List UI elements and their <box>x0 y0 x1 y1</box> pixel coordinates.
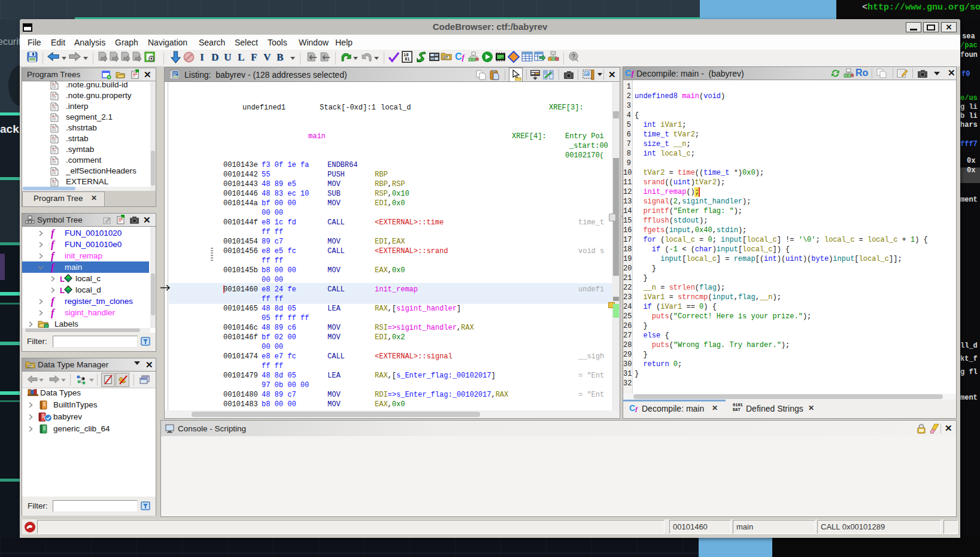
svg-text:01: 01 <box>405 57 409 62</box>
svg-text:DT: DT <box>28 364 32 368</box>
svg-text:DT: DT <box>444 56 448 59</box>
svg-text:?: ? <box>572 53 575 60</box>
